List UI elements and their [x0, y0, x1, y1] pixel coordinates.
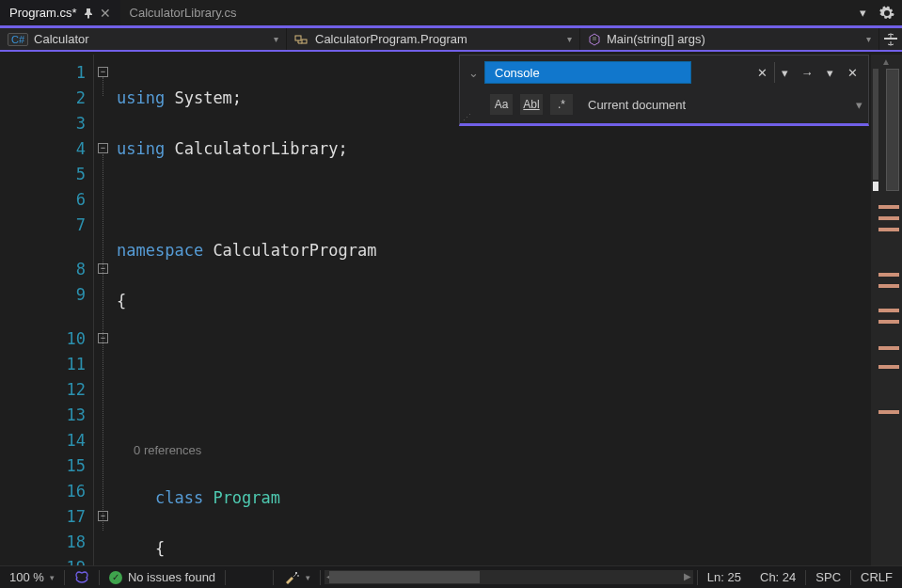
- gear-icon[interactable]: [879, 6, 894, 21]
- line-number: 7: [0, 213, 86, 238]
- fold-toggle[interactable]: −: [98, 333, 108, 343]
- find-match-marker: [878, 205, 899, 209]
- pin-icon[interactable]: [83, 8, 94, 19]
- line-indicator[interactable]: Ln: 25: [698, 570, 751, 584]
- line-number: 16: [0, 479, 86, 504]
- scroll-right-icon[interactable]: ▶: [684, 571, 691, 581]
- line-number: 8: [0, 257, 86, 282]
- match-word-button[interactable]: Abl: [520, 94, 543, 115]
- chevron-down-icon[interactable]: ▾: [856, 98, 862, 112]
- codelens[interactable]: 0 references: [134, 443, 201, 457]
- nav-bar: C# Calculator ▾ CalculatorProgram.Progra…: [0, 28, 902, 52]
- viewport-indicator: [873, 69, 878, 180]
- find-match-marker: [878, 284, 899, 288]
- gutter: 1 2 3 4 5 6 7 8 9 10 11 12 13 14 15 16 1…: [0, 55, 94, 565]
- horizontal-scrollbar[interactable]: ◀ ▶: [324, 570, 693, 584]
- line-number: 15: [0, 453, 86, 479]
- class-icon: [294, 33, 309, 46]
- nav-class[interactable]: CalculatorProgram.Program ▾: [287, 28, 580, 50]
- line-number: 10: [0, 326, 86, 352]
- find-match-marker: [878, 216, 899, 220]
- col-indicator[interactable]: Ch: 24: [751, 570, 805, 584]
- chevron-down-icon: ▾: [274, 34, 278, 44]
- tab-bar: Program.cs* ✕ CalculatorLibrary.cs ▾: [0, 0, 902, 28]
- tab-menu-chevron-icon[interactable]: ▾: [855, 6, 870, 20]
- line-number: 4: [0, 136, 86, 162]
- svg-point-5: [297, 575, 299, 577]
- line-number: 11: [0, 352, 86, 377]
- find-options-button[interactable]: ▾: [819, 62, 840, 83]
- find-match-marker: [878, 320, 899, 324]
- issues-status[interactable]: ✓ No issues found: [100, 570, 225, 584]
- find-match-marker: [878, 309, 899, 312]
- svg-point-4: [295, 572, 297, 574]
- find-input[interactable]: Console: [484, 61, 691, 84]
- tab-label: Program.cs*: [9, 6, 77, 20]
- line-number: 9: [0, 282, 86, 308]
- line-number: 2: [0, 86, 86, 111]
- svg-rect-1: [302, 40, 307, 43]
- ok-icon: ✓: [109, 571, 122, 584]
- tab-library[interactable]: CalculatorLibrary.cs: [120, 0, 246, 25]
- tab-label: CalculatorLibrary.cs: [130, 6, 237, 20]
- scrollbar-thumb[interactable]: [886, 69, 899, 191]
- regex-button[interactable]: .*: [550, 94, 573, 115]
- change-marker: [873, 182, 878, 191]
- expand-replace-icon[interactable]: ⌄: [466, 66, 481, 80]
- find-next-button[interactable]: →: [797, 62, 817, 83]
- find-match-marker: [878, 346, 899, 350]
- nav-member-label: Main(string[] args): [607, 32, 705, 46]
- find-match-marker: [878, 273, 899, 277]
- find-match-marker: [878, 228, 899, 231]
- line-number: 1: [0, 60, 86, 86]
- indent-indicator[interactable]: SPC: [806, 570, 850, 584]
- find-term: Console: [495, 66, 540, 80]
- fold-toggle[interactable]: −: [98, 143, 108, 153]
- scroll-up-icon[interactable]: ▲: [881, 56, 891, 67]
- status-bar: 100 % ▾ ✓ No issues found ▾ ◀ ▶ Ln: 25 C…: [0, 565, 902, 588]
- code-area[interactable]: using System; using CalculatorLibrary; n…: [117, 55, 902, 565]
- nav-member[interactable]: Main(string[] args) ▾: [580, 28, 879, 50]
- vertical-scrollbar[interactable]: ▲: [871, 55, 902, 565]
- split-editor-button[interactable]: [879, 28, 902, 50]
- eol-indicator[interactable]: CRLF: [851, 570, 902, 584]
- chevron-down-icon: ▾: [567, 34, 572, 44]
- line-number: 3: [0, 111, 86, 136]
- line-number: 17: [0, 504, 86, 530]
- close-icon[interactable]: ✕: [100, 6, 111, 21]
- find-dropdown-button[interactable]: ▾: [774, 62, 795, 83]
- line-number: 14: [0, 428, 86, 453]
- nav-project-label: Calculator: [34, 32, 89, 46]
- svg-rect-2: [593, 37, 596, 40]
- scrollbar-thumb[interactable]: [329, 571, 480, 583]
- csharp-icon: C#: [8, 33, 28, 46]
- line-number: 6: [0, 187, 86, 213]
- nav-project[interactable]: C# Calculator ▾: [0, 28, 287, 50]
- find-match-marker: [878, 410, 899, 414]
- find-scope-dropdown[interactable]: Current document: [588, 98, 848, 112]
- fold-column: − − − − −: [94, 55, 117, 565]
- resize-grip-icon[interactable]: ⋰: [463, 113, 471, 122]
- find-match-marker: [878, 365, 899, 369]
- svg-rect-3: [884, 38, 897, 40]
- svg-rect-0: [295, 36, 301, 40]
- fold-toggle[interactable]: −: [98, 67, 108, 77]
- chevron-down-icon: ▾: [866, 34, 871, 44]
- editor[interactable]: 1 2 3 4 5 6 7 8 9 10 11 12 13 14 15 16 1…: [0, 55, 902, 565]
- line-number: 13: [0, 403, 86, 428]
- line-number: 12: [0, 377, 86, 403]
- method-icon: [588, 33, 601, 46]
- clean-icon[interactable]: ▾: [274, 570, 320, 585]
- find-close-2-button[interactable]: ✕: [842, 62, 862, 83]
- fold-toggle[interactable]: −: [98, 511, 108, 521]
- intellicode-icon[interactable]: [65, 570, 99, 585]
- zoom-level[interactable]: 100 % ▾: [0, 570, 64, 584]
- line-number: 5: [0, 162, 86, 187]
- match-case-button[interactable]: Aa: [490, 94, 513, 115]
- find-close-button[interactable]: ✕: [752, 62, 772, 83]
- nav-class-label: CalculatorProgram.Program: [315, 32, 467, 46]
- fold-toggle[interactable]: −: [98, 263, 108, 274]
- line-number: 18: [0, 530, 86, 555]
- tab-program[interactable]: Program.cs* ✕: [0, 0, 120, 25]
- find-panel: ⌄ Console ✕ ▾ → ▾ ✕ Aa Abl .* Current do…: [459, 55, 869, 126]
